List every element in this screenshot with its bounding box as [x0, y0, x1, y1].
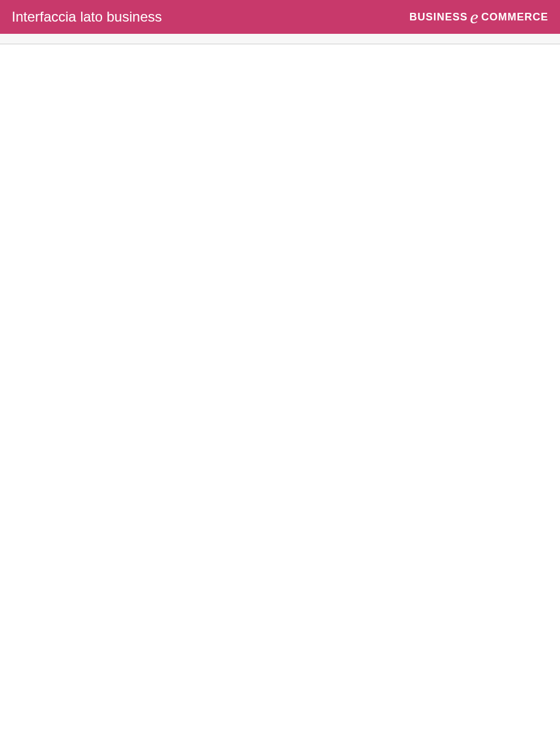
arrows-overlay: [0, 44, 560, 85]
page-title: Interfaccia lato business: [12, 9, 162, 25]
toolbar-strip: [0, 34, 560, 44]
page-header: Interfaccia lato business BUSINESS e COM…: [0, 0, 560, 34]
logo-e-icon: e: [470, 6, 479, 28]
brand-logo: BUSINESS e COMMERCE: [410, 6, 548, 28]
